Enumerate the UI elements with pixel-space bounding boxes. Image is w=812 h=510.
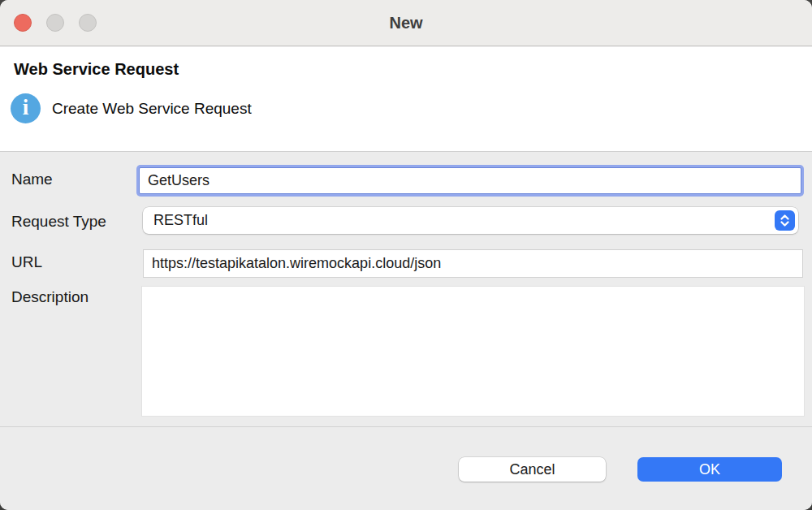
header-subtitle: Create Web Service Request <box>52 100 252 118</box>
name-field-focus-ring <box>136 165 804 197</box>
window-title: New <box>0 0 812 46</box>
url-input[interactable] <box>143 249 803 278</box>
description-textarea[interactable] <box>141 286 805 417</box>
title-bar[interactable]: New <box>0 0 812 46</box>
ok-button[interactable]: OK <box>637 457 782 482</box>
page-title: Web Service Request <box>14 60 179 79</box>
new-dialog-window: New Web Service Request i Create Web Ser… <box>0 0 812 510</box>
request-type-label: Request Type <box>11 213 106 231</box>
info-row: i Create Web Service Request <box>11 93 252 123</box>
info-icon: i <box>11 93 41 123</box>
description-label: Description <box>11 288 89 306</box>
name-label: Name <box>11 171 53 188</box>
dialog-header: Web Service Request i Create Web Service… <box>0 47 812 152</box>
request-type-selected-value: RESTful <box>153 212 775 229</box>
form-area: Name Request Type RESTful URL Descriptio… <box>0 153 812 426</box>
select-stepper-icon <box>775 210 795 231</box>
name-input[interactable] <box>139 167 801 194</box>
dialog-footer: Cancel OK <box>0 426 812 510</box>
url-label: URL <box>11 253 42 271</box>
request-type-select[interactable]: RESTful <box>143 207 798 234</box>
cancel-button[interactable]: Cancel <box>459 457 606 482</box>
